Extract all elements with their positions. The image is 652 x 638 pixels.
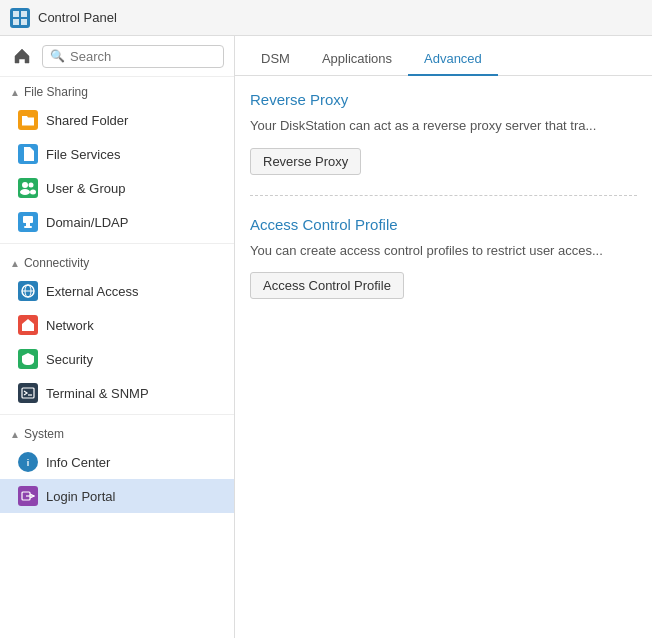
- sidebar-label-external-access: External Access: [46, 284, 139, 299]
- section-label-connectivity: Connectivity: [24, 256, 89, 270]
- collapse-icon-system: ▲: [10, 429, 20, 440]
- sidebar-label-network: Network: [46, 318, 94, 333]
- sidebar-item-external-access[interactable]: External Access: [0, 274, 234, 308]
- section-header-connectivity[interactable]: ▲ Connectivity: [0, 248, 234, 274]
- collapse-icon-connectivity: ▲: [10, 258, 20, 269]
- divider-2: [0, 414, 234, 415]
- content-scroll: Reverse Proxy Your DiskStation can act a…: [235, 76, 652, 638]
- sidebar-label-user-group: User & Group: [46, 181, 125, 196]
- sidebar-label-terminal-snmp: Terminal & SNMP: [46, 386, 149, 401]
- file-services-icon: [18, 144, 38, 164]
- access-control-button[interactable]: Access Control Profile: [250, 272, 404, 299]
- section-label-system: System: [24, 427, 64, 441]
- login-portal-icon: [18, 486, 38, 506]
- home-icon[interactable]: [10, 44, 34, 68]
- reverse-proxy-button[interactable]: Reverse Proxy: [250, 148, 361, 175]
- svg-point-5: [20, 189, 30, 195]
- content-section-access-control: Access Control Profile You can create ac…: [250, 216, 637, 320]
- tab-applications[interactable]: Applications: [306, 43, 408, 76]
- sidebar-item-user-group[interactable]: User & Group: [0, 171, 234, 205]
- content-section-reverse-proxy: Reverse Proxy Your DiskStation can act a…: [250, 91, 637, 196]
- svg-rect-2: [13, 19, 19, 25]
- terminal-snmp-icon: [18, 383, 38, 403]
- sidebar-label-shared-folder: Shared Folder: [46, 113, 128, 128]
- sidebar: 🔍 ▲ File Sharing Shared Folder: [0, 36, 235, 638]
- section-desc-access-control: You can create access control profiles t…: [250, 241, 637, 261]
- sidebar-item-info-center[interactable]: i Info Center: [0, 445, 234, 479]
- sidebar-item-security[interactable]: Security: [0, 342, 234, 376]
- shared-folder-icon: [18, 110, 38, 130]
- sidebar-label-domain-ldap: Domain/LDAP: [46, 215, 128, 230]
- sidebar-label-login-portal: Login Portal: [46, 489, 115, 504]
- sidebar-home-row: 🔍: [0, 36, 234, 77]
- app-icon: [10, 8, 30, 28]
- sidebar-label-info-center: Info Center: [46, 455, 110, 470]
- network-icon: [18, 315, 38, 335]
- title-bar: Control Panel: [0, 0, 652, 36]
- svg-rect-9: [26, 223, 30, 226]
- user-group-icon: [18, 178, 38, 198]
- svg-rect-1: [21, 11, 27, 17]
- search-icon: 🔍: [50, 49, 65, 63]
- tabs-bar: DSM Applications Advanced: [235, 36, 652, 76]
- external-access-icon: [18, 281, 38, 301]
- sidebar-item-network[interactable]: Network: [0, 308, 234, 342]
- info-center-icon: i: [18, 452, 38, 472]
- svg-point-6: [29, 183, 34, 188]
- svg-text:i: i: [27, 458, 30, 468]
- section-header-file-sharing[interactable]: ▲ File Sharing: [0, 77, 234, 103]
- svg-rect-10: [24, 226, 32, 228]
- svg-rect-8: [23, 216, 33, 223]
- divider-1: [0, 243, 234, 244]
- svg-point-7: [30, 190, 36, 195]
- domain-ldap-icon: [18, 212, 38, 232]
- section-title-reverse-proxy[interactable]: Reverse Proxy: [250, 91, 637, 108]
- collapse-icon-file-sharing: ▲: [10, 87, 20, 98]
- svg-rect-15: [26, 327, 30, 331]
- app-title: Control Panel: [38, 10, 117, 25]
- sidebar-item-terminal-snmp[interactable]: Terminal & SNMP: [0, 376, 234, 410]
- main-layout: 🔍 ▲ File Sharing Shared Folder: [0, 36, 652, 638]
- sidebar-item-domain-ldap[interactable]: Domain/LDAP: [0, 205, 234, 239]
- search-input[interactable]: [70, 49, 216, 64]
- sidebar-item-login-portal[interactable]: Login Portal: [0, 479, 234, 513]
- section-label-file-sharing: File Sharing: [24, 85, 88, 99]
- search-box[interactable]: 🔍: [42, 45, 224, 68]
- security-icon: [18, 349, 38, 369]
- svg-point-4: [22, 182, 28, 188]
- sidebar-item-shared-folder[interactable]: Shared Folder: [0, 103, 234, 137]
- section-desc-reverse-proxy: Your DiskStation can act as a reverse pr…: [250, 116, 637, 136]
- section-title-access-control[interactable]: Access Control Profile: [250, 216, 637, 233]
- tab-advanced[interactable]: Advanced: [408, 43, 498, 76]
- content-area: DSM Applications Advanced Reverse Proxy …: [235, 36, 652, 638]
- sidebar-label-file-services: File Services: [46, 147, 120, 162]
- sidebar-item-file-services[interactable]: File Services: [0, 137, 234, 171]
- tab-dsm[interactable]: DSM: [245, 43, 306, 76]
- svg-rect-3: [21, 19, 27, 25]
- section-header-system[interactable]: ▲ System: [0, 419, 234, 445]
- sidebar-label-security: Security: [46, 352, 93, 367]
- svg-rect-0: [13, 11, 19, 17]
